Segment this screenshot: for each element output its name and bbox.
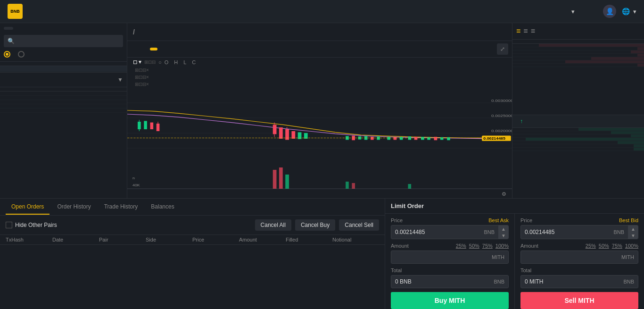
ob-bid-row[interactable] bbox=[512, 134, 644, 138]
buy-price-up[interactable]: ▲ bbox=[499, 225, 508, 232]
cancel-all-btn[interactable]: Cancel All bbox=[255, 219, 291, 231]
toolbar-1w-btn[interactable] bbox=[169, 48, 176, 50]
chart-status-bar: ⚙ bbox=[127, 189, 512, 198]
svg-rect-34 bbox=[421, 137, 424, 140]
sell-total-input[interactable] bbox=[521, 276, 619, 288]
orders-col-header: Filled bbox=[286, 237, 332, 242]
ob-view-asks-btn[interactable]: ≡ bbox=[531, 27, 535, 35]
tab-balances[interactable]: Balances bbox=[145, 200, 180, 215]
svg-rect-12 bbox=[157, 124, 160, 131]
change-toggle[interactable] bbox=[4, 51, 12, 58]
svg-rect-32 bbox=[408, 136, 411, 140]
ob-bids bbox=[512, 128, 644, 199]
orders-col-header: Date bbox=[52, 237, 99, 242]
filter-icon[interactable]: ▼ bbox=[117, 76, 123, 83]
ohlc-icons: ⊞⊡⊟ bbox=[144, 59, 156, 65]
th-row bbox=[0, 109, 127, 113]
chart-svg-container: 0.00300000 0.00250000 0.00200000 bbox=[127, 88, 512, 163]
toolbar-technical-btn[interactable] bbox=[188, 48, 195, 50]
svg-rect-31 bbox=[400, 137, 403, 140]
svg-rect-38 bbox=[447, 137, 450, 140]
sell-mith-btn[interactable]: Sell MITH bbox=[520, 292, 638, 309]
ob-ask-row[interactable] bbox=[512, 60, 644, 64]
ob-bid-row[interactable] bbox=[512, 131, 644, 134]
trading-history: ▼ bbox=[0, 72, 127, 198]
sidebar-top: 🔍 bbox=[0, 23, 127, 62]
ob-view-buttons: ≡ ≡ ≡ bbox=[512, 23, 644, 40]
ob-bid-row[interactable] bbox=[512, 138, 644, 141]
globe-icon: 🌐 bbox=[622, 8, 630, 15]
volume-toggle[interactable] bbox=[18, 51, 26, 58]
ob-ask-row[interactable] bbox=[512, 54, 644, 57]
ob-ask-row[interactable] bbox=[512, 50, 644, 54]
svg-rect-46 bbox=[352, 183, 355, 189]
ob-bid-row[interactable] bbox=[512, 148, 644, 151]
svg-rect-27 bbox=[371, 137, 374, 140]
svg-rect-10 bbox=[144, 121, 147, 129]
svg-rect-47 bbox=[408, 184, 411, 189]
svg-rect-43 bbox=[279, 167, 283, 189]
sell-price-down[interactable]: ▼ bbox=[628, 232, 638, 239]
tab-open-orders[interactable]: Open Orders bbox=[6, 200, 50, 215]
ob-ask-row[interactable] bbox=[512, 64, 644, 67]
nav-orders[interactable]: ▾ bbox=[570, 8, 575, 15]
svg-text:0.00200000: 0.00200000 bbox=[491, 129, 512, 133]
svg-rect-35 bbox=[427, 137, 430, 140]
bnb-badge[interactable] bbox=[4, 27, 13, 30]
user-icon[interactable]: 👤 bbox=[603, 5, 616, 18]
ob-bid-row[interactable] bbox=[512, 141, 644, 144]
svg-rect-37 bbox=[440, 137, 444, 140]
hide-pairs-checkbox[interactable]: Hide Other Pairs bbox=[6, 222, 57, 228]
tab-trade-history[interactable]: Trade History bbox=[99, 200, 144, 215]
sell-price-up[interactable]: ▲ bbox=[628, 225, 638, 232]
logo[interactable]: BNB bbox=[8, 4, 26, 19]
svg-text:0.00214485: 0.00214485 bbox=[483, 137, 505, 140]
tab-order-history[interactable]: Order History bbox=[51, 200, 96, 215]
cancel-sell-btn[interactable]: Cancel Sell bbox=[339, 219, 379, 231]
orders-col-header: Price bbox=[192, 237, 239, 242]
pair-row[interactable] bbox=[0, 66, 127, 72]
ob-bid-row[interactable] bbox=[512, 128, 644, 131]
up-arrow-icon: ↑ bbox=[520, 118, 523, 125]
ob-view-all-btn[interactable]: ≡ bbox=[516, 27, 520, 35]
svg-rect-45 bbox=[346, 182, 349, 189]
toolbar-1hour-btn[interactable] bbox=[150, 48, 157, 50]
logo-icon: BNB bbox=[8, 4, 23, 19]
toolbar-time-btn[interactable] bbox=[131, 48, 139, 50]
cancel-buy-btn[interactable]: Cancel Buy bbox=[295, 219, 335, 231]
ob-ask-row[interactable] bbox=[512, 44, 644, 47]
ob-view-bids-btn[interactable]: ≡ bbox=[523, 27, 528, 35]
chart-header: / bbox=[127, 23, 512, 41]
sell-price-input[interactable] bbox=[521, 226, 610, 238]
svg-rect-17 bbox=[279, 127, 283, 139]
th-row bbox=[0, 92, 127, 96]
ma-row-2: ⊞⊡⊟× bbox=[127, 74, 512, 81]
buy-amount-input[interactable] bbox=[391, 251, 488, 263]
settings-icon[interactable]: ⚙ bbox=[502, 191, 506, 197]
svg-rect-29 bbox=[387, 137, 390, 140]
language-selector[interactable]: ▾ bbox=[632, 8, 636, 15]
search-input[interactable] bbox=[4, 35, 123, 47]
svg-text:40K: 40K bbox=[132, 183, 140, 187]
buy-price-input[interactable] bbox=[391, 226, 480, 238]
buy-mith-btn[interactable]: Buy MITH bbox=[391, 292, 509, 309]
expand-chart-btn[interactable]: ⤢ bbox=[497, 43, 508, 55]
buy-price-down[interactable]: ▼ bbox=[499, 232, 508, 239]
sell-amount-input[interactable] bbox=[521, 251, 618, 263]
chart-pair-label: ◻ ▾ bbox=[133, 59, 141, 65]
toolbar-1d-btn[interactable] bbox=[159, 48, 167, 50]
th-row bbox=[0, 104, 127, 109]
orders-col-header: Notional bbox=[332, 237, 379, 242]
svg-rect-28 bbox=[377, 136, 380, 140]
ob-bid-row[interactable] bbox=[512, 144, 644, 148]
ob-ask-row[interactable] bbox=[512, 57, 644, 60]
limit-order-panel: Limit OrderPriceBest AskBNB▲▼Amount25%50… bbox=[385, 199, 644, 309]
buy-total-input[interactable] bbox=[391, 276, 490, 288]
toolbar-1m-btn[interactable] bbox=[178, 48, 186, 50]
orders-col-header: Pair bbox=[99, 237, 146, 242]
orders-col-header: Side bbox=[146, 237, 192, 242]
toolbar-min-btn[interactable] bbox=[140, 48, 148, 50]
ob-ask-row[interactable] bbox=[512, 47, 644, 50]
ohlc-bar: ◻ ▾ ⊞⊡⊟ ○ O H L C bbox=[127, 58, 512, 67]
chevron-down-icon-lang: ▾ bbox=[633, 8, 636, 15]
